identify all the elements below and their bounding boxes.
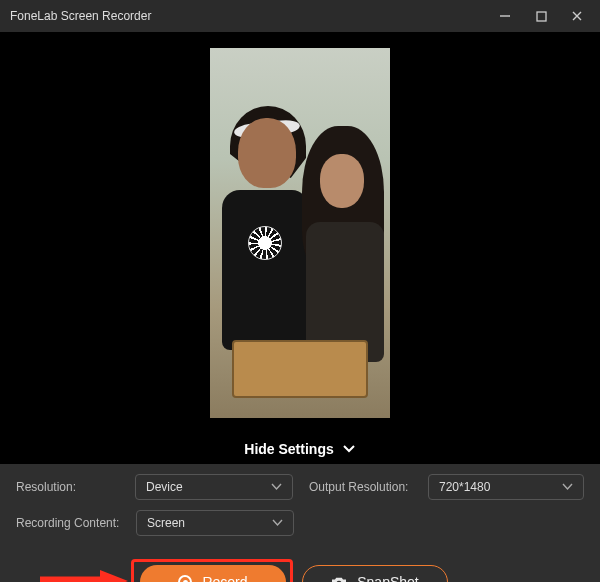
chevron-down-icon bbox=[342, 444, 356, 454]
window-controls bbox=[490, 4, 592, 28]
camera-icon bbox=[331, 576, 347, 583]
recording-content-value: Screen bbox=[147, 516, 185, 530]
settings-row: Recording Content: Screen bbox=[16, 510, 584, 536]
close-button[interactable] bbox=[562, 4, 592, 28]
output-resolution-value: 720*1480 bbox=[439, 480, 490, 494]
hide-settings-toggle[interactable]: Hide Settings bbox=[0, 434, 600, 464]
resolution-value: Device bbox=[146, 480, 183, 494]
attention-arrow-icon bbox=[40, 570, 128, 582]
record-label: Record bbox=[202, 574, 247, 582]
maximize-button[interactable] bbox=[526, 4, 556, 28]
hide-settings-label: Hide Settings bbox=[244, 441, 333, 457]
recording-content-select[interactable]: Screen bbox=[136, 510, 294, 536]
preview-desk bbox=[232, 340, 368, 398]
device-preview bbox=[210, 48, 390, 418]
output-resolution-select[interactable]: 720*1480 bbox=[428, 474, 584, 500]
chevron-down-icon bbox=[562, 483, 573, 491]
record-dot-icon bbox=[178, 575, 192, 582]
minimize-icon bbox=[499, 10, 511, 22]
resolution-label: Resolution: bbox=[16, 480, 125, 494]
action-bar: Record SnapShot Recording history bbox=[0, 552, 600, 582]
close-icon bbox=[571, 10, 583, 22]
svg-rect-0 bbox=[537, 12, 546, 21]
titlebar: FoneLab Screen Recorder bbox=[0, 0, 600, 32]
settings-row: Resolution: Device Output Resolution: 72… bbox=[16, 474, 584, 500]
minimize-button[interactable] bbox=[490, 4, 520, 28]
svg-marker-2 bbox=[100, 570, 128, 582]
maximize-icon bbox=[536, 11, 547, 22]
snapshot-label: SnapShot bbox=[357, 574, 419, 582]
chevron-down-icon bbox=[271, 483, 282, 491]
chevron-down-icon bbox=[272, 519, 283, 527]
preview-area bbox=[0, 32, 600, 434]
settings-panel: Resolution: Device Output Resolution: 72… bbox=[0, 464, 600, 552]
output-resolution-label: Output Resolution: bbox=[309, 480, 418, 494]
record-button[interactable]: Record bbox=[140, 565, 286, 582]
snapshot-button[interactable]: SnapShot bbox=[302, 565, 448, 582]
app-title: FoneLab Screen Recorder bbox=[10, 9, 490, 23]
recording-content-label: Recording Content: bbox=[16, 516, 126, 530]
resolution-select[interactable]: Device bbox=[135, 474, 293, 500]
